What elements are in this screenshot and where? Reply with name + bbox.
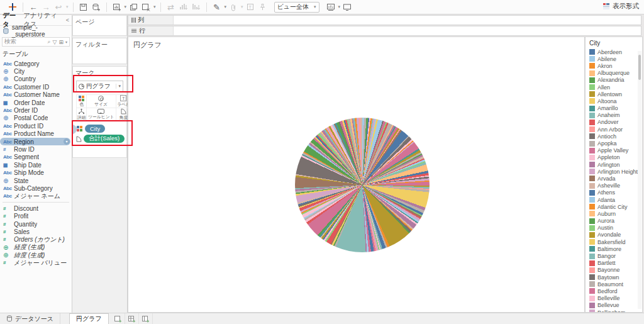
legend-item[interactable]: Amarillo: [586, 105, 642, 112]
legend-item[interactable]: Anaheim: [586, 112, 642, 119]
field-product-id[interactable]: AbcProduct ID: [0, 122, 72, 130]
field--[interactable]: ⊕緯度 (生成): [0, 251, 72, 259]
legend-item[interactable]: Ann Arbor: [586, 126, 642, 133]
field-order-id[interactable]: AbcOrder ID: [0, 106, 72, 114]
legend-item[interactable]: Austin: [586, 225, 642, 232]
legend-item[interactable]: Arvada: [586, 175, 642, 182]
field-state[interactable]: ⊕State: [0, 177, 72, 184]
legend-item[interactable]: Avondale: [586, 232, 642, 238]
clear-sheet-icon[interactable]: [140, 1, 152, 13]
view-options-caret-icon[interactable]: ▾: [65, 40, 67, 44]
legend-item[interactable]: Bedford: [586, 288, 642, 294]
legend-item[interactable]: Baltimore: [586, 245, 642, 252]
field-region[interactable]: AbcRegion▾: [0, 138, 70, 145]
field-order-date[interactable]: ▦Order Date: [0, 99, 72, 106]
field-discount[interactable]: #Discount: [0, 204, 72, 212]
field-product-name[interactable]: AbcProduct Name: [0, 130, 72, 138]
legend-item[interactable]: Atlantic City: [586, 203, 642, 210]
sort-descending-icon[interactable]: [191, 1, 202, 13]
legend-item[interactable]: Antioch: [586, 133, 642, 140]
search-box[interactable]: 検索 ⌕ ▽ ⊞ ▾: [2, 37, 70, 47]
legend-item[interactable]: Arlington: [586, 161, 642, 168]
legend-item[interactable]: Athens: [586, 189, 642, 196]
legend-item[interactable]: Arlington Heights: [586, 168, 642, 175]
presentation-mode-icon[interactable]: [341, 1, 353, 13]
legend-item[interactable]: Atlanta: [586, 196, 642, 203]
new-worksheet-tab-icon[interactable]: [111, 313, 125, 324]
group-icon[interactable]: [228, 1, 239, 13]
pie-chart[interactable]: [295, 118, 430, 252]
tab-sheet-piechart[interactable]: 円グラフ: [69, 313, 109, 324]
highlighter-icon[interactable]: ✎: [211, 1, 223, 13]
legend-item[interactable]: Beaumont: [586, 281, 642, 288]
text-label-icon[interactable]: T: [245, 1, 256, 13]
new-worksheet-icon[interactable]: [111, 1, 123, 13]
legend-item[interactable]: Belleville: [586, 295, 642, 302]
field--[interactable]: Abcメジャー ネーム: [0, 193, 72, 200]
legend-item[interactable]: Aurora: [586, 218, 642, 225]
new-datasource-icon[interactable]: [91, 1, 102, 13]
legend-item[interactable]: Bayonne: [586, 267, 642, 274]
color-button[interactable]: 色: [77, 95, 87, 108]
legend-item[interactable]: Bellevue: [586, 302, 642, 309]
sort-ascending-icon[interactable]: [178, 1, 189, 13]
legend-item[interactable]: Asheville: [586, 182, 642, 189]
new-dashboard-tab-icon[interactable]: [125, 313, 139, 324]
legend-item[interactable]: Apopka: [586, 140, 642, 147]
swap-rows-columns-icon[interactable]: ⇄: [165, 1, 177, 13]
tab-datasource[interactable]: データソース: [0, 313, 60, 324]
field-country[interactable]: ⊕Country: [0, 75, 72, 83]
save-icon[interactable]: [78, 1, 89, 13]
legend-item[interactable]: Abilene: [586, 55, 642, 62]
field-orders-[interactable]: #Orders (カウント): [0, 236, 72, 243]
field-postal-code[interactable]: ⊕Postal Code: [0, 115, 72, 122]
legend-scrollbar[interactable]: [638, 51, 641, 309]
show-me-button[interactable]: 表示形式: [602, 2, 639, 11]
rows-shelf[interactable]: 行: [128, 26, 641, 36]
field-ship-mode[interactable]: AbcShip Mode: [0, 169, 72, 176]
field--[interactable]: ⊕経度 (生成): [0, 243, 72, 251]
legend-item[interactable]: Akron: [586, 62, 642, 69]
view-options-icon[interactable]: ⊞: [58, 39, 64, 45]
duplicate-sheet-icon[interactable]: [128, 1, 139, 13]
legend-item[interactable]: Auburn: [586, 210, 642, 217]
legend-item[interactable]: Appleton: [586, 154, 642, 161]
field-profit[interactable]: #Profit: [0, 212, 72, 220]
filter-fields-icon[interactable]: ▽: [53, 39, 57, 45]
legend-item[interactable]: Allentown: [586, 91, 642, 98]
field-menu-caret-icon[interactable]: ▾: [64, 138, 70, 145]
field-segment[interactable]: AbcSegment: [0, 154, 72, 161]
field-ship-date[interactable]: ▦Ship Date: [0, 161, 72, 169]
legend-item[interactable]: Albuquerque: [586, 70, 642, 77]
field-quantity[interactable]: #Quantity: [0, 220, 72, 228]
fix-axes-icon[interactable]: [257, 1, 269, 13]
legend-item[interactable]: Andover: [586, 119, 642, 126]
legend-item[interactable]: Bakersfield: [586, 238, 642, 245]
size-button[interactable]: サイズ: [87, 95, 116, 108]
collapse-pane-icon[interactable]: <: [66, 17, 69, 23]
legend-item[interactable]: Altoona: [586, 98, 642, 104]
field-city[interactable]: ⊕City: [0, 67, 72, 75]
pill-city[interactable]: City: [85, 125, 105, 133]
field-sales[interactable]: #Sales: [0, 228, 72, 235]
legend-scrollbar-thumb[interactable]: [638, 55, 641, 80]
legend-item[interactable]: Apple Valley: [586, 147, 642, 154]
field-category[interactable]: AbcCategory: [0, 60, 72, 67]
field--[interactable]: #メジャー バリュー: [0, 259, 72, 267]
field-row-id[interactable]: #Row ID: [0, 145, 72, 153]
legend-item[interactable]: Alexandria: [586, 77, 642, 84]
legend-item[interactable]: Bartlett: [586, 260, 642, 267]
pages-card[interactable]: ページ: [72, 15, 127, 36]
legend-item[interactable]: Allen: [586, 84, 642, 91]
legend-item[interactable]: Baytown: [586, 274, 642, 281]
field-customer-id[interactable]: AbcCustomer ID: [0, 83, 72, 91]
detail-button[interactable]: 詳細: [77, 108, 87, 121]
legend-item[interactable]: Aberdeen: [586, 48, 642, 55]
legend-item[interactable]: Bangor: [586, 252, 642, 259]
columns-shelf[interactable]: 列: [128, 15, 641, 25]
mark-type-dropdown[interactable]: 円グラフ ▾: [76, 81, 123, 92]
show-mark-labels-icon[interactable]: [325, 1, 336, 13]
filters-card[interactable]: フィルター: [72, 38, 127, 64]
field-customer-name[interactable]: AbcCustomer Name: [0, 91, 72, 99]
fit-selector[interactable]: ビュー全体▾: [274, 2, 319, 13]
